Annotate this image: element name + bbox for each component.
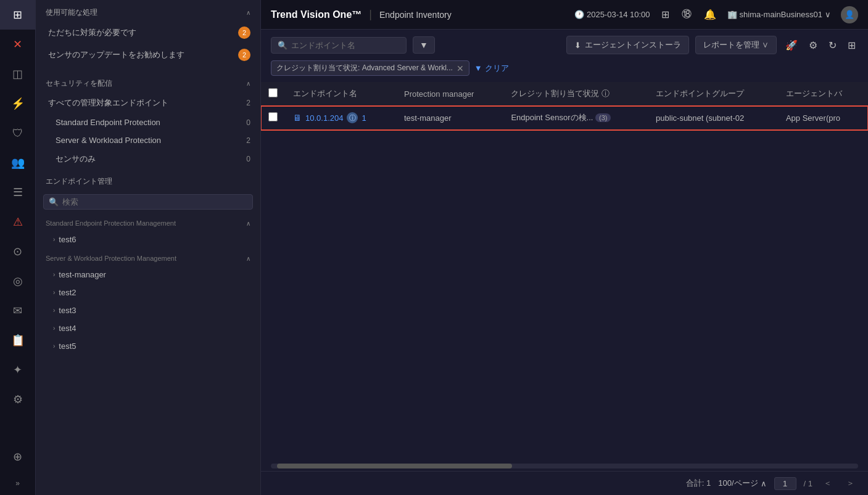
refresh-icon[interactable]: ↻ (826, 37, 839, 54)
endpoint-name-value: 10.0.1.204 (305, 113, 343, 123)
swp-tree-test3-label: test3 (59, 306, 76, 315)
group-icon[interactable]: 👥 (0, 148, 36, 178)
title-separator: | (369, 8, 372, 21)
all-managed-item[interactable]: すべての管理対象エンドポイント 2 (36, 92, 260, 113)
available-actions-label: 使用可能な処理 (46, 7, 97, 18)
swp-tree-test4[interactable]: › test4 (36, 319, 260, 337)
endpoint-search-box[interactable]: 🔍 (43, 194, 253, 210)
sensor-only-item[interactable]: センサのみ 0 (36, 149, 260, 169)
endpoint-name-input[interactable] (291, 41, 400, 50)
swp-mgmt-header: Server & Workload Protection Management … (36, 248, 260, 266)
filter-button[interactable]: ▼ (413, 36, 435, 54)
avatar[interactable]: 👤 (841, 6, 858, 23)
notification-icon[interactable]: 🔔 (703, 7, 717, 22)
lightning-icon[interactable]: ⚡ (0, 89, 36, 118)
shield-icon[interactable]: 🛡 (0, 118, 36, 148)
manage-report-button[interactable]: レポートを管理 ∨ (695, 36, 777, 54)
col-endpoint-name[interactable]: エンドポイント名 (286, 82, 397, 106)
swp-tree-test4-label: test4 (59, 324, 76, 333)
prev-page-button[interactable]: ＜ (820, 477, 835, 490)
gear-icon[interactable]: ⚙ (806, 37, 820, 54)
col-agent[interactable]: エージェントバ (779, 82, 868, 106)
update-recommend-item[interactable]: センサのアップデートをお勧めします 2 (36, 44, 260, 66)
table-header-row: エンドポイント名 Protection manager クレジット割り当て状況 … (261, 82, 868, 106)
next-page-button[interactable]: ＞ (843, 477, 858, 490)
col-endpoint-group[interactable]: エンドポイントグループ (648, 82, 779, 106)
doc-icon[interactable]: 📋 (0, 325, 36, 355)
distribute-security-chevron[interactable]: ∧ (246, 80, 250, 87)
standard-ep-count: 0 (246, 118, 250, 127)
total-label: 合計: 1 (686, 478, 711, 489)
swp-tree-test2[interactable]: › test2 (36, 284, 260, 301)
chevron-right-icon: › (53, 236, 55, 243)
clear-filter-button[interactable]: ▼ クリア (474, 63, 509, 74)
standard-ep-label: Standard Endpoint Protection (56, 118, 160, 127)
swp-tree-test2-label: test2 (59, 288, 76, 297)
chevron-right-icon-4: › (53, 307, 55, 314)
apps-icon[interactable]: ⊞ (660, 7, 671, 22)
endpoint-name-link[interactable]: 🖥 10.0.1.204 ⓘ 1 (293, 112, 389, 123)
connect-icon[interactable]: ✦ (0, 355, 36, 385)
swp-tree-test5[interactable]: › test5 (36, 337, 260, 355)
per-page-chevron: ∧ (761, 479, 767, 488)
swp-mgmt-chevron[interactable]: ∧ (246, 255, 250, 262)
row-checkbox[interactable] (268, 112, 278, 121)
swp-tree-test-manager[interactable]: › test-manager (36, 266, 260, 284)
clear-filter-icon: ▼ (474, 63, 482, 73)
chart-icon[interactable]: ◫ (0, 59, 36, 89)
rocket-icon[interactable]: 🚀 (783, 37, 800, 54)
select-all-checkbox[interactable] (268, 88, 278, 97)
standard-ep-item[interactable]: Standard Endpoint Protection 0 (36, 113, 260, 131)
mail-icon[interactable]: ✉ (0, 296, 36, 325)
clear-filter-label: クリア (485, 63, 509, 74)
add-icon[interactable]: ⊕ (0, 442, 36, 472)
endpoint-name-search[interactable]: 🔍 (271, 37, 407, 54)
agent-installer-button[interactable]: ⬇ エージェントインストーラ (566, 36, 689, 54)
settings-icon[interactable]: ⚙ (0, 385, 36, 414)
user-menu[interactable]: 🏢 shima-mainBusiness01 ∨ (727, 10, 831, 19)
available-actions-chevron[interactable]: ∧ (246, 9, 250, 16)
per-page-selector[interactable]: 100/ページ ∧ (718, 478, 766, 489)
clock-icon: 🕐 (574, 10, 584, 19)
server-workload-item[interactable]: Server & Workload Protection 2 (36, 131, 260, 149)
grid-icon[interactable]: ⊞ (0, 0, 36, 30)
swp-tree-test3[interactable]: › test3 (36, 301, 260, 319)
search-icon-toolbar: 🔍 (278, 41, 287, 50)
col-protection-manager[interactable]: Protection manager (397, 82, 503, 106)
manage-report-label: レポートを管理 (703, 40, 759, 49)
close-icon[interactable]: ✕ (0, 30, 36, 59)
swp-mgmt-label: Server & Workload Protection Management (46, 255, 176, 262)
sensor-only-label: センサのみ (56, 153, 96, 165)
user-icon: 🏢 (727, 10, 737, 19)
expand-icon[interactable]: » (8, 472, 27, 495)
sep-mgmt-header: Standard Endpoint Protection Management … (36, 213, 260, 231)
list-icon[interactable]: ☰ (0, 178, 36, 207)
globe-icon[interactable]: ⊙ (0, 237, 36, 266)
info-badge[interactable]: ⓘ (347, 112, 358, 123)
col-credit-status[interactable]: クレジット割り当て状況 ⓘ (503, 82, 648, 106)
target-icon[interactable]: ◎ (0, 266, 36, 296)
h-scroll-thumb (277, 464, 512, 468)
all-managed-count: 2 (246, 99, 250, 107)
row-checkbox-cell[interactable] (261, 106, 286, 130)
credit-filter-tag: クレジット割り当て状況: Advanced Server & Workl... … (271, 60, 469, 76)
row-endpoint-name-cell: 🖥 10.0.1.204 ⓘ 1 (286, 106, 397, 130)
filter-tag-label: クレジット割り当て状況: Advanced Server & Workl... (276, 63, 453, 73)
h-scroll-bar[interactable] (271, 464, 858, 468)
col-checkbox[interactable] (261, 82, 286, 106)
columns-icon[interactable]: ⊞ (845, 37, 858, 54)
all-managed-label: すべての管理対象エンドポイント (48, 97, 168, 108)
urgent-action-label: ただちに対策が必要です (48, 27, 136, 38)
help-icon[interactable]: ⑱ (680, 7, 693, 22)
urgent-action-item[interactable]: ただちに対策が必要です 2 (36, 22, 260, 44)
page-input[interactable] (774, 477, 796, 490)
sep-tree-test6[interactable]: › test6 (36, 231, 260, 248)
endpoint-search-input[interactable] (62, 197, 247, 207)
sep-mgmt-chevron[interactable]: ∧ (246, 220, 250, 227)
alert-active-icon[interactable]: ⚠ (0, 207, 36, 237)
toolbar: 🔍 ▼ ⬇ エージェントインストーラ レポートを管理 ∨ 🚀 ⚙ ↻ ⊞ (261, 30, 868, 60)
chevron-right-icon-6: › (53, 343, 55, 350)
sep-tree-test6-label: test6 (59, 235, 76, 244)
download-icon: ⬇ (574, 41, 581, 50)
filter-tag-close[interactable]: ✕ (457, 63, 464, 73)
